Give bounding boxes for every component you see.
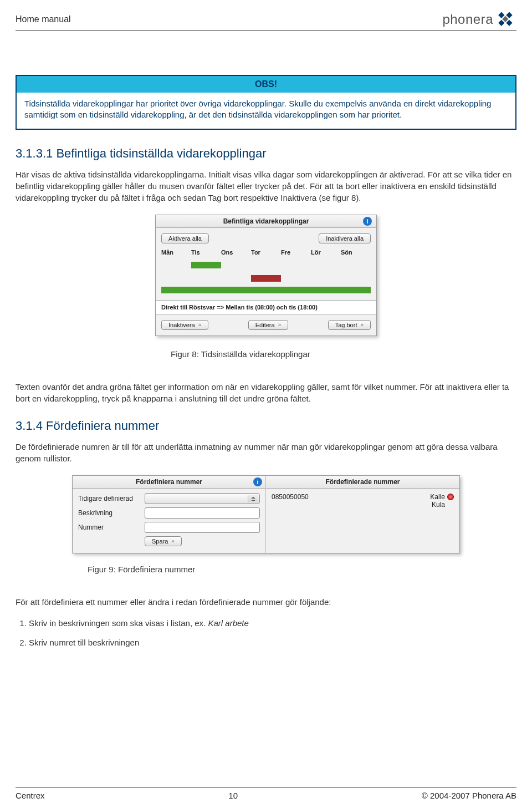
edit-button[interactable]: Editera»	[248, 320, 288, 330]
label-previous: Tidigare definierad	[78, 495, 145, 502]
label-description: Beskrivning	[78, 509, 145, 517]
schedule-bar[interactable]	[191, 262, 221, 268]
svg-rect-2	[502, 16, 508, 22]
phonera-icon	[497, 11, 516, 28]
deactivate-all-button[interactable]: Inaktivera alla	[319, 233, 371, 243]
schedule-grid	[156, 260, 376, 300]
svg-rect-1	[498, 12, 504, 18]
delete-button[interactable]: Tag bort»	[328, 320, 371, 330]
steps-intro: För att fördefiniera ett nummer eller än…	[16, 596, 516, 608]
defined-name: Kalle Kula	[430, 493, 445, 509]
figure-9-panel: Fördefiniera nummer i Tidigare definiera…	[72, 475, 460, 553]
panel8-title-text: Befintliga vidarekopplingar	[223, 217, 309, 225]
heading-3-1-4: 3.1.4 Fördefiniera nummer	[16, 419, 516, 433]
day-sun: Sön	[341, 249, 371, 256]
step-1: Skriv in beskrivningen som ska visas i l…	[29, 616, 516, 631]
info-icon[interactable]: i	[363, 217, 372, 226]
header-title: Home manual	[16, 14, 71, 24]
activate-all-button[interactable]: Aktivera alla	[161, 233, 209, 243]
obs-callout: OBS! Tidsinställda vidarekopplingar har …	[16, 75, 516, 130]
svg-rect-3	[506, 20, 512, 26]
panel8-title: Befintliga vidarekopplingar i	[156, 215, 376, 228]
paragraph-mid: Texten ovanför det andra gröna fältet ge…	[16, 381, 516, 404]
figure-9-caption: Figur 9: Fördefiniera nummer	[88, 565, 516, 574]
step-2: Skriv numret till beskrivningen	[29, 635, 516, 650]
schedule-bar[interactable]	[251, 275, 281, 282]
chevron-right-icon: »	[360, 322, 364, 328]
schedule-bar-wide[interactable]	[161, 287, 371, 293]
steps-list: Skriv in beskrivningen som ska visas i l…	[29, 616, 516, 650]
delete-entry-button[interactable]	[447, 494, 454, 500]
day-mon: Mån	[161, 249, 191, 256]
figure-8-caption: Figur 8: Tidsinställda vidarekopplingar	[171, 349, 516, 359]
footer-right: © 2004-2007 Phonera AB	[422, 791, 516, 800]
schedule-detail: Direkt till Röstsvar => Mellan tis (08:0…	[156, 300, 376, 314]
paragraph-3-1-3-1: Här visas de aktiva tidsinställda vidare…	[16, 169, 516, 204]
svg-rect-4	[498, 20, 504, 26]
paragraph-3-1-4: De fördefinierade numren är till för att…	[16, 441, 516, 464]
description-input[interactable]	[145, 507, 260, 519]
save-button[interactable]: Spara»	[145, 536, 182, 546]
brand-text: phonera	[442, 12, 493, 27]
callout-head: OBS!	[17, 76, 515, 93]
heading-3-1-3-1: 3.1.3.1 Befintliga tidsinställda vidarek…	[16, 146, 516, 161]
day-header: Mån Tis Ons Tor Fre Lör Sön	[156, 247, 376, 257]
page-header: Home manual phonera	[16, 11, 516, 31]
brand-logo: phonera	[442, 11, 516, 28]
svg-rect-0	[506, 12, 512, 18]
day-fri: Fre	[281, 249, 311, 256]
chevron-right-icon: »	[278, 322, 282, 328]
day-tue: Tis	[191, 249, 221, 256]
page-footer: Centrex 10 © 2004-2007 Phonera AB	[16, 787, 516, 800]
panel9-left-title: Fördefiniera nummer i	[73, 476, 265, 489]
info-icon[interactable]: i	[253, 477, 262, 486]
footer-page: 10	[228, 791, 238, 800]
previous-defined-select[interactable]	[145, 493, 260, 504]
defined-number: 0850050050	[272, 493, 309, 501]
number-input[interactable]	[145, 522, 260, 533]
footer-left: Centrex	[16, 791, 45, 800]
callout-body: Tidsinställda vidarekopplingar har prior…	[17, 93, 515, 129]
inactivate-button[interactable]: Inaktivera»	[161, 320, 208, 330]
day-wed: Ons	[221, 249, 251, 256]
day-thu: Tor	[251, 249, 281, 256]
day-sat: Lör	[311, 249, 341, 256]
panel9-right-title: Fördefinierade nummer	[266, 476, 459, 489]
figure-8-panel: Befintliga vidarekopplingar i Aktivera a…	[155, 215, 377, 336]
label-number: Nummer	[78, 524, 145, 531]
chevron-right-icon: »	[198, 322, 202, 328]
chevron-right-icon: »	[171, 538, 175, 544]
